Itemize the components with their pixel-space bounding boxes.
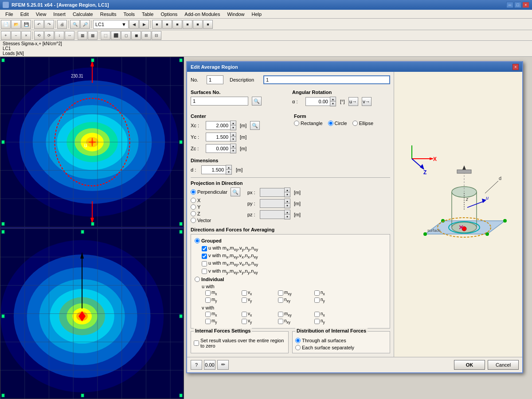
v-mxy[interactable]: mxy [278, 311, 313, 317]
yc-input[interactable] [206, 133, 230, 141]
grouped-opt2[interactable]: v with mx,mxy,vx,nx,nxy [202, 253, 386, 259]
yc-spin-up[interactable]: ▲ [231, 133, 236, 137]
grouped-check3[interactable] [202, 261, 207, 266]
minimize-btn[interactable]: ─ [506, 2, 513, 8]
tb4[interactable]: ■ [183, 20, 192, 29]
proj-y-label[interactable]: Y [191, 204, 240, 210]
redo-btn[interactable]: ↷ [44, 20, 54, 29]
zoom-out-btn[interactable]: 🔎 [80, 20, 90, 29]
tb6[interactable]: ■ [203, 20, 213, 29]
menu-window[interactable]: Window [223, 11, 248, 18]
alpha-pick-btn2[interactable]: v→ [362, 97, 372, 106]
set-result-check[interactable] [194, 340, 199, 346]
through-all-label[interactable]: Through all surfaces [295, 338, 387, 343]
tb2-12[interactable]: ◻ [121, 31, 131, 40]
u-vy-check[interactable] [242, 297, 247, 303]
px-input[interactable] [260, 188, 284, 197]
individual-radio-label[interactable]: Individual [195, 277, 386, 282]
u-my[interactable]: my [205, 297, 241, 303]
surfaces-input[interactable] [191, 97, 248, 106]
menu-results[interactable]: Results [97, 11, 120, 18]
reset-icon-btn[interactable]: 0.00 [204, 360, 215, 370]
no-input[interactable] [207, 75, 223, 84]
proj-perp-label[interactable]: Perpendicular 🔍 [191, 188, 240, 196]
tb2-10[interactable]: ⬚ [101, 31, 110, 40]
zc-input[interactable] [206, 144, 230, 153]
proj-z-radio[interactable] [191, 211, 196, 216]
form-circle-label[interactable]: Circle [328, 121, 347, 126]
proj-x-label[interactable]: X [191, 198, 240, 203]
tb2-2[interactable]: − [11, 31, 21, 40]
through-all-radio[interactable] [295, 338, 301, 343]
px-spin-down[interactable]: ▼ [285, 192, 290, 197]
alpha-pick-btn1[interactable]: u→ [348, 97, 358, 106]
v-nxy[interactable]: nxy [278, 318, 313, 325]
individual-radio[interactable] [195, 277, 200, 282]
py-spin-up[interactable]: ▲ [285, 199, 290, 203]
print-btn[interactable]: 🖨 [57, 20, 67, 29]
grouped-opt4[interactable]: v with my,mxy,vy,ny,nxy [202, 268, 386, 275]
tb2-1[interactable]: + [1, 31, 11, 40]
proj-x-radio[interactable] [191, 198, 196, 203]
left-arrow[interactable]: ◀ [129, 20, 139, 29]
tb2-14[interactable]: ⊞ [141, 31, 151, 40]
right-arrow[interactable]: ▶ [139, 20, 149, 29]
pz-input[interactable] [260, 210, 284, 219]
u-vy[interactable]: vy [242, 297, 277, 303]
alpha-spin-down[interactable]: ▼ [330, 102, 336, 106]
tb2-15[interactable]: ⊟ [152, 31, 161, 40]
new-btn[interactable]: 📄 [1, 20, 11, 29]
tb2-11[interactable]: ⬛ [111, 31, 121, 40]
menu-file[interactable]: File [2, 11, 17, 18]
xc-input[interactable] [206, 121, 230, 130]
u-mxy-check[interactable] [278, 290, 283, 296]
tb2-7[interactable]: ↔ [65, 31, 74, 40]
grouped-radio[interactable] [195, 238, 200, 243]
grouped-radio-label[interactable]: Grouped [195, 238, 386, 243]
v-ny-check[interactable] [314, 319, 320, 324]
proj-y-radio[interactable] [191, 204, 196, 210]
menu-help[interactable]: Help [248, 11, 266, 18]
edit-icon-btn[interactable]: ✏ [217, 360, 229, 370]
form-rectangle-label[interactable]: Rectangle [294, 121, 323, 126]
v-mx[interactable]: mx [205, 311, 241, 317]
grouped-opt3[interactable]: u with mx,mxy,vx,nx,nxy [202, 260, 386, 267]
menu-edit[interactable]: Edit [17, 11, 32, 18]
d-spin-down[interactable]: ▼ [226, 170, 231, 174]
grouped-opt1[interactable]: u with mx,mxy,vy,ny,nxy [202, 245, 386, 252]
v-vy[interactable]: vy [242, 318, 277, 325]
save-btn[interactable]: 💾 [21, 20, 31, 29]
v-nx-check[interactable] [314, 312, 320, 317]
help-icon-btn[interactable]: ? [191, 360, 202, 370]
u-nx[interactable]: nx [314, 290, 350, 296]
v-vx-check[interactable] [242, 312, 247, 317]
each-surface-label[interactable]: Each surface separately [295, 345, 387, 350]
tb2-13[interactable]: ◼ [131, 31, 141, 40]
alpha-spin-up[interactable]: ▲ [330, 97, 336, 102]
pz-spin-up[interactable]: ▲ [285, 210, 290, 215]
alpha-input[interactable] [305, 97, 330, 106]
d-spin-up[interactable]: ▲ [226, 165, 231, 170]
form-ellipse-radio[interactable] [352, 121, 358, 126]
menu-options[interactable]: Options [157, 11, 181, 18]
u-mxy[interactable]: mxy [278, 290, 313, 296]
proj-vec-radio[interactable] [191, 218, 196, 223]
form-rectangle-radio[interactable] [294, 121, 299, 126]
tb2-6[interactable]: ↕ [55, 31, 64, 40]
u-nxy[interactable]: nxy [278, 297, 313, 303]
ok-button[interactable]: OK [454, 360, 485, 370]
proj-perp-radio[interactable] [191, 189, 196, 195]
xc-spin-up[interactable]: ▲ [231, 121, 236, 125]
form-circle-radio[interactable] [328, 121, 333, 126]
v-mxy-check[interactable] [278, 312, 283, 317]
cancel-button[interactable]: Cancel [488, 360, 519, 370]
tb3[interactable]: ■ [172, 20, 182, 29]
v-my-check[interactable] [205, 319, 211, 324]
tb5[interactable]: ■ [193, 20, 203, 29]
xc-pick-btn[interactable]: 🔍 [250, 121, 260, 130]
u-mx[interactable]: mx [205, 290, 241, 296]
tb2[interactable]: ■ [162, 20, 172, 29]
tb2-9[interactable]: ▩ [88, 31, 98, 40]
v-vy-check[interactable] [242, 319, 247, 324]
v-nxy-check[interactable] [278, 319, 283, 324]
